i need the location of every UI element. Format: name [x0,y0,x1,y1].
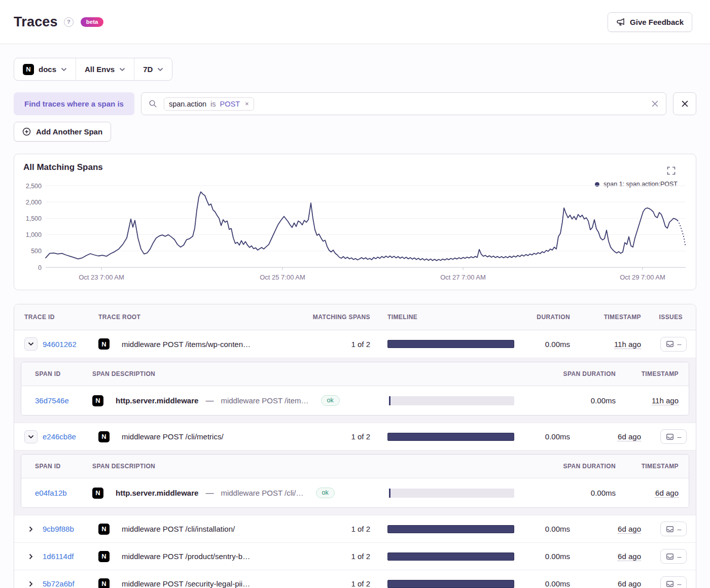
matching-spans-count: 1 of 2 [301,432,377,441]
expand-trace-chevron[interactable] [24,577,38,588]
issues-button[interactable]: – [660,429,687,444]
trace-id-link[interactable]: 9cb9f88b [43,525,74,533]
span-status-badge: ok [316,488,335,498]
trace-row: 9cb9f88b N middleware POST /cli/installa… [14,515,696,542]
environment-selector[interactable]: All Envs [76,58,134,80]
column-header-span-id: SPAN ID [21,463,85,470]
span-timeline-tick [389,489,390,498]
trace-duration: 0.00ms [520,340,577,349]
date-range-selector[interactable]: 7D [134,58,172,80]
trace-timestamp[interactable]: 6d ago [618,525,641,534]
trace-timestamp[interactable]: 11h ago [614,340,641,349]
trace-id-link[interactable]: 5b72a6bf [43,579,75,588]
trace-id-link[interactable]: 94601262 [43,340,77,349]
span-row: 36d7546e N http.server.middleware — midd… [21,386,689,415]
column-header-span-id: SPAN ID [21,370,85,377]
chart-title: All Matching Spans [23,162,103,172]
traces-page: Traces ? beta Give Feedback N docs All E… [0,0,710,588]
matching-spans-count: 1 of 2 [301,340,377,349]
span-subtable-header: SPAN ID SPAN DESCRIPTION SPAN DURATION T… [21,455,689,478]
token-value: POST [220,100,240,108]
filter-token[interactable]: span.action is POST × [164,97,254,111]
give-feedback-button[interactable]: Give Feedback [608,12,692,32]
beta-badge: beta [81,17,104,27]
page-header: Traces ? beta Give Feedback [0,0,710,44]
span-search-input[interactable]: span.action is POST × [141,92,666,115]
add-another-span-button[interactable]: Add Another Span [14,122,111,142]
expand-trace-chevron[interactable] [24,430,38,443]
issues-count-placeholder: – [678,552,682,561]
trace-timestamp[interactable]: 6d ago [618,432,641,441]
span-subtable-header: SPAN ID SPAN DESCRIPTION SPAN DURATION T… [21,362,689,386]
span-timestamp[interactable]: 11h ago [652,396,679,405]
trace-timestamp[interactable]: 6d ago [618,552,641,561]
issues-button[interactable]: – [660,549,687,564]
column-header-span-description: SPAN DESCRIPTION [85,463,383,470]
separator: — [205,396,214,405]
trace-row: 94601262 N middleware POST /items/wp-con… [14,330,696,358]
span-timestamp[interactable]: 6d ago [655,489,679,498]
expand-chart-button[interactable] [667,166,676,177]
trace-id-link[interactable]: e246cb8e [43,432,76,441]
trace-timestamp[interactable]: 6d ago [618,579,641,588]
svg-text:Oct 23 7:00 AM: Oct 23 7:00 AM [79,273,124,281]
clear-search-icon[interactable] [651,100,659,108]
issues-count-placeholder: – [678,340,682,348]
spans-chart-svg: 05001,0001,5002,0002,500Oct 23 7:00 AMOc… [14,177,696,289]
chevron-down-icon [157,67,163,72]
project-selector[interactable]: N docs [14,58,76,80]
expand-trace-chevron[interactable] [24,337,38,351]
trace-row: e246cb8e N middleware POST /cli/metrics/… [14,423,696,450]
trace-duration: 0.00ms [520,525,577,533]
separator: — [205,489,214,498]
span-id-link[interactable]: 36d7546e [35,396,69,405]
span-timeline-track [389,396,514,405]
trace-row: 5b72a6bf N middleware POST /security-leg… [14,570,696,588]
span-description: middleware POST /item… [221,396,308,405]
span-query-row: Find traces where a span is span.action … [14,92,696,115]
svg-text:2,000: 2,000 [26,199,42,206]
issues-button[interactable]: – [660,337,687,352]
nextjs-icon: N [92,395,103,406]
span-id-link[interactable]: e04fa12b [35,489,67,497]
issues-count-placeholder: – [678,580,682,588]
issues-count-placeholder: – [678,433,682,441]
token-remove-icon[interactable]: × [244,100,249,108]
fullscreen-icon [667,166,676,175]
issues-button[interactable]: – [660,576,687,588]
trace-root-text: middleware POST /items/wp-conten… [122,340,251,349]
trace-root-text: middleware POST /cli/metrics/ [122,432,224,441]
trace-id-link[interactable]: 1d6114df [43,552,74,561]
trace-table-body: 94601262 N middleware POST /items/wp-con… [14,330,696,588]
span-row: e04fa12b N http.server.middleware — midd… [21,478,689,507]
svg-text:1,500: 1,500 [26,215,42,222]
expand-trace-chevron[interactable] [24,523,38,536]
page-title: Traces [14,14,58,30]
span-op: http.server.middleware [116,396,198,405]
expand-trace-chevron[interactable] [24,550,38,563]
issues-icon [666,525,674,533]
matching-spans-count: 1 of 2 [301,525,377,533]
help-icon[interactable]: ? [64,17,74,27]
column-header-span-timestamp: TIMESTAMP [623,370,689,377]
svg-text:2,500: 2,500 [26,183,42,190]
column-header-span-duration: SPAN DURATION [526,463,623,470]
chevron-down-icon [119,67,125,72]
trace-duration: 0.00ms [520,552,577,561]
span-subtable: SPAN ID SPAN DESCRIPTION SPAN DURATION T… [21,362,689,416]
column-header-matching-spans: MATCHING SPANS [301,314,377,321]
trace-root-text: middleware POST /product/sentry-b… [122,552,250,561]
svg-text:1,000: 1,000 [26,231,42,238]
span-subtable-wrap: SPAN ID SPAN DESCRIPTION SPAN DURATION T… [14,450,696,515]
remove-span-filter-button[interactable] [673,92,696,115]
span-subtable: SPAN ID SPAN DESCRIPTION SPAN DURATION T… [21,454,689,508]
chevron-right-icon [29,526,33,532]
issues-count-placeholder: – [678,525,682,533]
nextjs-icon: N [98,551,110,562]
issues-button[interactable]: – [660,522,687,536]
column-header-timestamp: TIMESTAMP [577,314,651,321]
issues-icon [666,340,674,348]
nextjs-project-icon: N [23,64,34,75]
span-description: middleware POST /cli/… [221,489,303,497]
column-header-timeline: TIMELINE [377,314,520,321]
